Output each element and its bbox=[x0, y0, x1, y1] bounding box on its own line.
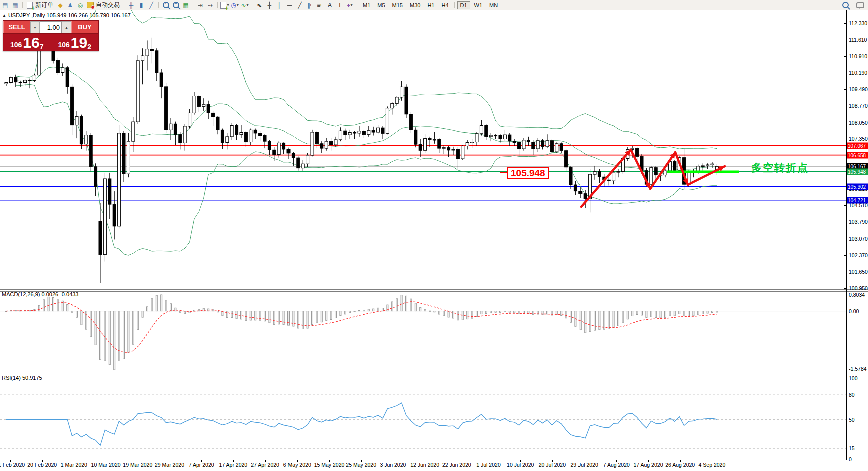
cursor-icon[interactable]: ⬉ bbox=[255, 1, 264, 9]
periods-clock-icon[interactable]: ◷▾ bbox=[230, 1, 239, 9]
date-label[interactable]: 29 Mar 2020 bbox=[155, 462, 184, 468]
timeframe-h1[interactable]: H1 bbox=[424, 1, 437, 9]
new-order-icon[interactable] bbox=[25, 1, 34, 9]
candle-body bbox=[362, 131, 365, 135]
chart-shift-icon[interactable]: ⇥ bbox=[196, 1, 205, 9]
rsi-pane[interactable] bbox=[0, 374, 868, 460]
bar-chart-icon[interactable]: ╫ bbox=[127, 1, 136, 9]
candlestick-chart-icon[interactable]: ▮ bbox=[137, 1, 146, 9]
market-watch-icon[interactable]: ◆ bbox=[56, 1, 65, 9]
trendline-icon[interactable]: ╱ bbox=[295, 1, 304, 9]
price-tick-label: 108.770 bbox=[849, 103, 868, 109]
main-chart-area[interactable] bbox=[0, 10, 868, 289]
turning-point-note[interactable]: 多空转折点 bbox=[751, 161, 809, 175]
timeframe-m30[interactable]: M30 bbox=[407, 1, 423, 9]
fibonacci-icon[interactable]: ≡F bbox=[315, 1, 324, 9]
date-label[interactable]: 12 Jun 2020 bbox=[410, 462, 439, 468]
volume-up-button[interactable]: ▲ bbox=[62, 21, 71, 33]
sell-button[interactable]: SELL bbox=[3, 21, 30, 33]
candle-body bbox=[249, 130, 252, 142]
candle-body bbox=[127, 141, 130, 174]
date-label[interactable]: 19 Mar 2020 bbox=[123, 462, 152, 468]
navigator-icon[interactable]: ♟ bbox=[66, 1, 75, 9]
macd-bar bbox=[48, 297, 49, 311]
auto-scroll-icon[interactable]: ⇢ bbox=[206, 1, 215, 9]
date-label[interactable]: 26 Aug 2020 bbox=[665, 462, 695, 468]
date-label[interactable]: 29 Jul 2020 bbox=[570, 462, 598, 468]
volume-input[interactable]: 1.00 bbox=[40, 21, 62, 33]
pane-separator[interactable] bbox=[0, 289, 868, 292]
chart-window-icon[interactable]: ▤ bbox=[1, 1, 10, 9]
macd-bar bbox=[104, 311, 106, 361]
vertical-line-icon[interactable]: │ bbox=[275, 1, 284, 9]
timeframe-w1[interactable]: W1 bbox=[471, 1, 486, 9]
rsi-axis-label: 100 bbox=[849, 375, 858, 381]
search-icon[interactable] bbox=[841, 1, 850, 9]
date-label[interactable]: 7 Aug 2020 bbox=[603, 462, 630, 468]
date-label[interactable]: 27 Apr 2020 bbox=[251, 462, 279, 468]
tile-windows-icon[interactable]: ▦ bbox=[181, 1, 190, 9]
date-label[interactable]: 4 Sep 2020 bbox=[699, 462, 726, 468]
date-label[interactable]: 7 Apr 2020 bbox=[189, 462, 214, 468]
zoom-in-icon[interactable]: + bbox=[161, 1, 170, 9]
date-label[interactable]: 17 Aug 2020 bbox=[634, 462, 663, 468]
new-chart-icon[interactable]: ▾ bbox=[220, 1, 229, 9]
date-label[interactable]: 17 Apr 2020 bbox=[219, 462, 248, 468]
timeframe-m15[interactable]: M15 bbox=[389, 1, 406, 9]
sell-price[interactable]: 106 16 7 bbox=[3, 34, 51, 51]
macd-bar bbox=[453, 311, 454, 318]
date-label[interactable]: 6 May 2020 bbox=[283, 462, 311, 468]
date-label[interactable]: 11 Feb 2020 bbox=[0, 462, 25, 468]
price-level-box[interactable]: 105.948 bbox=[507, 167, 549, 179]
timeframe-d1[interactable]: D1 bbox=[457, 1, 470, 9]
sell-price-big-figure: 106 bbox=[10, 40, 22, 50]
macd-axis-label: -1.5784 bbox=[849, 366, 867, 372]
timeframe-m5[interactable]: M5 bbox=[374, 1, 388, 9]
arrows-icon[interactable]: ♦▾ bbox=[345, 1, 354, 9]
volume-down-button[interactable]: ▼ bbox=[30, 21, 40, 33]
candle-body bbox=[160, 73, 163, 87]
horizontal-line-icon[interactable]: ─ bbox=[285, 1, 294, 9]
macd-bar bbox=[481, 311, 482, 314]
chat-icon[interactable] bbox=[856, 1, 865, 9]
candle-body bbox=[108, 179, 111, 204]
toolbar-separator bbox=[217, 2, 218, 8]
macd-bar bbox=[259, 311, 261, 321]
date-tick bbox=[170, 460, 170, 462]
buy-price[interactable]: 106 19 2 bbox=[51, 34, 99, 51]
macd-bar bbox=[665, 311, 666, 318]
date-label[interactable]: 15 May 2020 bbox=[314, 462, 345, 468]
zoom-out-icon[interactable]: − bbox=[171, 1, 180, 9]
channel-icon[interactable]: ∥E bbox=[305, 1, 314, 9]
macd-bar bbox=[391, 302, 393, 311]
candle-body bbox=[550, 141, 553, 152]
date-label[interactable]: 3 Jun 2020 bbox=[380, 462, 406, 468]
candle-body bbox=[330, 141, 333, 145]
date-tick bbox=[680, 460, 681, 462]
macd-pane[interactable] bbox=[0, 291, 868, 373]
macd-bar bbox=[57, 300, 59, 311]
date-label[interactable]: 20 Jul 2020 bbox=[539, 462, 566, 468]
timeframe-h4[interactable]: H4 bbox=[438, 1, 451, 9]
crosshair-icon[interactable]: ╋ bbox=[265, 1, 274, 9]
pane-separator[interactable] bbox=[0, 373, 868, 375]
date-label[interactable]: 1 Jul 2020 bbox=[476, 462, 500, 468]
date-label[interactable]: 25 May 2020 bbox=[346, 462, 376, 468]
candle-body bbox=[207, 104, 210, 113]
timeframe-mn[interactable]: MN bbox=[486, 1, 501, 9]
date-label[interactable]: 1 Mar 2020 bbox=[61, 462, 87, 468]
text-label-icon[interactable]: T bbox=[335, 1, 344, 9]
text-icon[interactable]: A bbox=[325, 1, 334, 9]
data-window-icon[interactable]: ▦ bbox=[11, 1, 20, 9]
date-label[interactable]: 22 Jun 2020 bbox=[442, 462, 471, 468]
signals-icon[interactable]: ◎ bbox=[76, 1, 85, 9]
templates-icon[interactable]: ∿▾ bbox=[240, 1, 249, 9]
date-label[interactable]: 10 Mar 2020 bbox=[91, 462, 121, 468]
line-chart-icon[interactable]: ╱ bbox=[147, 1, 156, 9]
buy-button[interactable]: BUY bbox=[71, 21, 98, 33]
candle-body bbox=[518, 142, 521, 149]
date-label[interactable]: 10 Jul 2020 bbox=[507, 462, 534, 468]
auto-trading-icon[interactable] bbox=[86, 1, 95, 9]
timeframe-m1[interactable]: M1 bbox=[360, 1, 373, 9]
date-label[interactable]: 20 Feb 2020 bbox=[27, 462, 57, 468]
